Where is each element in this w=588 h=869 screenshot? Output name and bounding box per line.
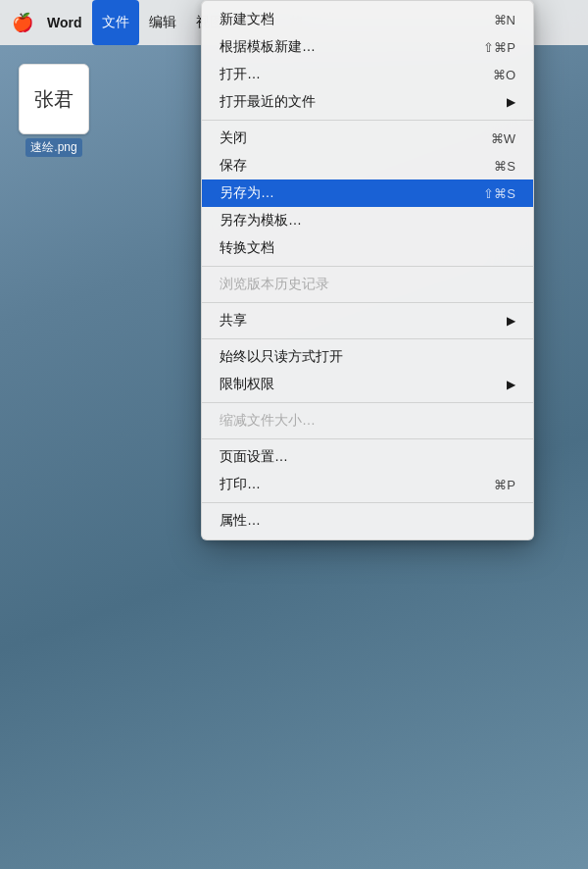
menubar-file[interactable]: 文件: [92, 0, 139, 45]
icon-label: 速绘.png: [25, 138, 81, 157]
menu-item-open-recent[interactable]: 打开最近的文件 ▶: [202, 88, 533, 116]
separator-2: [202, 266, 533, 267]
menu-item-save[interactable]: 保存 ⌘S: [202, 152, 533, 179]
separator-4: [202, 338, 533, 339]
menu-item-print[interactable]: 打印… ⌘P: [202, 471, 533, 498]
menu-item-page-setup[interactable]: 页面设置…: [202, 443, 533, 471]
file-dropdown-menu: 新建文档 ⌘N 根据模板新建… ⇧⌘P 打开… ⌘O 打开最近的文件 ▶ 关闭 …: [201, 0, 534, 540]
icon-thumbnail: 张君: [19, 64, 89, 134]
menu-item-new-doc[interactable]: 新建文档 ⌘N: [202, 6, 533, 33]
menu-item-save-as-template[interactable]: 另存为模板…: [202, 207, 533, 234]
separator-3: [202, 302, 533, 303]
menu-item-close[interactable]: 关闭 ⌘W: [202, 125, 533, 152]
menubar-edit[interactable]: 编辑: [139, 0, 186, 45]
icon-thumbnail-text: 张君: [30, 84, 77, 114]
menu-item-browse-versions: 浏览版本历史记录: [202, 271, 533, 298]
separator-7: [202, 502, 533, 503]
apple-menu-icon[interactable]: 🍎: [8, 0, 37, 45]
menu-item-reduce-size: 缩减文件大小…: [202, 407, 533, 434]
separator-5: [202, 402, 533, 403]
desktop-icon-png[interactable]: 张君 速绘.png: [15, 64, 93, 157]
menu-item-save-as[interactable]: 另存为… ⇧⌘S: [202, 179, 533, 207]
separator-6: [202, 438, 533, 439]
menu-item-restrict[interactable]: 限制权限 ▶: [202, 371, 533, 398]
menu-item-always-readonly[interactable]: 始终以只读方式打开: [202, 343, 533, 371]
menu-item-convert[interactable]: 转换文档: [202, 234, 533, 262]
menu-item-properties[interactable]: 属性…: [202, 507, 533, 535]
menubar-word[interactable]: Word: [37, 0, 92, 45]
separator-1: [202, 120, 533, 121]
menu-item-share[interactable]: 共享 ▶: [202, 307, 533, 334]
menu-item-open[interactable]: 打开… ⌘O: [202, 61, 533, 88]
menu-item-new-from-template[interactable]: 根据模板新建… ⇧⌘P: [202, 33, 533, 61]
